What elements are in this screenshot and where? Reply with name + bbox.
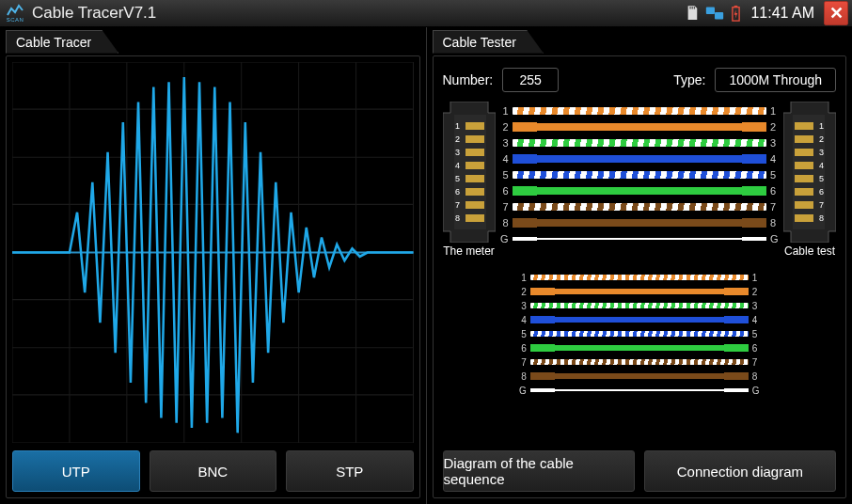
close-button[interactable]: ✕ <box>824 1 848 25</box>
svg-rect-29 <box>465 149 484 156</box>
network-icon <box>704 5 725 22</box>
svg-rect-35 <box>465 188 484 196</box>
utp-button[interactable]: UTP <box>12 450 140 492</box>
app-title: Cable TracerV7.1 <box>32 4 156 23</box>
wire-5: 55 <box>517 329 762 339</box>
clock: 11:41 AM <box>750 5 814 22</box>
wire-4: 44 <box>517 315 762 324</box>
svg-text:6: 6 <box>819 187 824 197</box>
wire-8: 88 <box>517 371 762 381</box>
svg-rect-52 <box>795 188 813 196</box>
svg-rect-2 <box>694 7 695 9</box>
svg-text:3: 3 <box>819 148 824 157</box>
svg-text:7: 7 <box>819 200 824 210</box>
svg-rect-46 <box>795 149 813 156</box>
wire-3: 33 <box>517 301 762 310</box>
wire-map-bottom: 1122334455667788GG <box>517 269 762 395</box>
tracer-tab: Cable Tracer <box>6 30 118 54</box>
wire-7: 77 <box>499 201 781 213</box>
wire-1: 11 <box>517 273 762 282</box>
svg-text:5: 5 <box>454 174 459 183</box>
wire-1: 11 <box>499 105 781 117</box>
connection-diagram-button[interactable]: Connection diagram <box>644 450 836 492</box>
svg-rect-54 <box>795 201 813 209</box>
svg-rect-56 <box>795 214 813 222</box>
svg-rect-6 <box>734 6 738 8</box>
svg-rect-1 <box>692 7 693 9</box>
svg-rect-4 <box>715 12 723 19</box>
status-bar: SCAN Cable TracerV7.1 11:41 AM ✕ <box>0 0 852 27</box>
wire-4: 44 <box>499 153 781 165</box>
diagram-sequence-button[interactable]: Diagram of the cable sequence <box>443 450 635 492</box>
wire-map-top: 1122334455667788GG <box>499 102 781 244</box>
stp-button[interactable]: STP <box>286 450 414 492</box>
svg-text:8: 8 <box>454 213 459 223</box>
bnc-button[interactable]: BNC <box>150 450 277 492</box>
svg-rect-31 <box>465 162 484 169</box>
svg-rect-41 <box>793 115 825 229</box>
sd-card-icon <box>686 5 699 22</box>
svg-rect-48 <box>795 162 813 169</box>
number-value[interactable]: 255 <box>502 68 559 92</box>
svg-rect-50 <box>795 175 813 182</box>
svg-text:4: 4 <box>454 161 459 170</box>
svg-text:4: 4 <box>819 161 824 170</box>
wire-2: 22 <box>499 121 781 133</box>
svg-text:2: 2 <box>454 134 459 144</box>
svg-text:1: 1 <box>819 121 824 131</box>
svg-rect-33 <box>465 175 484 182</box>
wire-G: GG <box>517 386 762 395</box>
cable-tracer-panel: Cable Tracer <box>0 27 426 504</box>
svg-text:8: 8 <box>819 213 824 223</box>
svg-text:1: 1 <box>454 121 459 131</box>
svg-rect-42 <box>795 122 813 130</box>
wire-3: 33 <box>499 137 781 149</box>
meter-label: The meter <box>443 244 495 258</box>
svg-rect-24 <box>454 115 486 229</box>
rj45-left: 1 2 3 4 5 6 7 8 The meter <box>443 102 496 258</box>
scan-icon[interactable]: SCAN <box>4 2 26 24</box>
type-label: Type: <box>673 72 705 87</box>
wire-8: 88 <box>499 217 781 228</box>
wire-6: 66 <box>517 343 762 353</box>
svg-text:6: 6 <box>454 187 459 197</box>
svg-text:3: 3 <box>454 148 459 157</box>
wire-5: 55 <box>499 169 781 181</box>
rj45-right: 1 2 3 4 5 6 7 8 Cable test <box>783 102 836 258</box>
svg-rect-37 <box>465 201 484 209</box>
wire-6: 66 <box>499 185 781 197</box>
wire-7: 77 <box>517 357 762 367</box>
cable-test-label: Cable test <box>784 244 835 258</box>
battery-icon <box>731 5 741 22</box>
type-value[interactable]: 1000M Through <box>715 68 836 92</box>
svg-text:7: 7 <box>454 200 459 210</box>
svg-rect-39 <box>465 214 484 222</box>
tester-tab: Cable Tester <box>433 30 544 54</box>
number-label: Number: <box>443 72 494 87</box>
svg-text:5: 5 <box>819 174 824 183</box>
wire-G: GG <box>499 233 781 244</box>
svg-rect-25 <box>465 122 484 130</box>
wire-2: 22 <box>517 287 762 296</box>
cable-tester-panel: Cable Tester Number: 255 Type: 1000M Thr… <box>426 27 853 504</box>
waveform-display <box>12 62 414 443</box>
svg-text:2: 2 <box>819 134 824 144</box>
svg-rect-44 <box>795 135 813 143</box>
svg-rect-27 <box>465 135 484 143</box>
svg-rect-3 <box>706 8 715 14</box>
svg-rect-0 <box>690 7 691 9</box>
